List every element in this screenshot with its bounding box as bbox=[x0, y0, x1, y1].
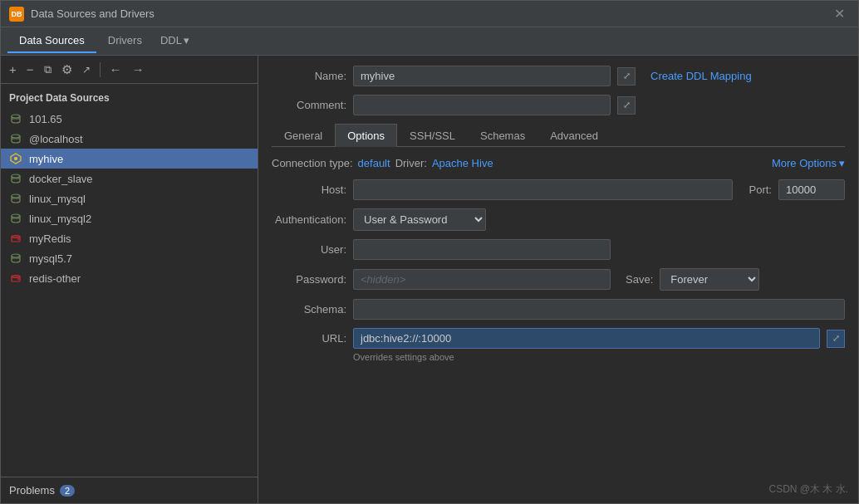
nav-item-localhost[interactable]: @localhost bbox=[1, 129, 258, 149]
sidebar: + − ⧉ ⚙ ↗ ← → Project Data Sources 101.6… bbox=[1, 56, 258, 503]
host-port-row: Host: Port: bbox=[272, 179, 845, 200]
name-label: Name: bbox=[272, 70, 346, 82]
schema-row: Schema: bbox=[272, 299, 845, 320]
remove-button[interactable]: − bbox=[23, 61, 37, 78]
db-icon bbox=[9, 112, 22, 125]
schema-label: Schema: bbox=[272, 303, 346, 316]
host-input[interactable] bbox=[353, 179, 733, 200]
nav-label: redis-other bbox=[29, 272, 81, 285]
nav-label: 101.65 bbox=[29, 113, 62, 125]
save-select[interactable]: Forever Never For session bbox=[660, 268, 759, 291]
auth-select[interactable]: User & Password No auth Kerberos bbox=[353, 208, 486, 231]
tab-ssh-ssl[interactable]: SSH/SSL bbox=[397, 124, 468, 147]
toolbar-separator bbox=[100, 62, 101, 77]
add-button[interactable]: + bbox=[6, 61, 20, 78]
redis-icon bbox=[9, 272, 22, 285]
nav-item-101[interactable]: 101.65 bbox=[1, 109, 258, 129]
nav-label: mysql5.7 bbox=[29, 252, 72, 265]
svg-point-2 bbox=[12, 135, 20, 138]
db-icon bbox=[9, 132, 22, 145]
tab-ddl[interactable]: DDL ▾ bbox=[154, 29, 196, 53]
name-row: Name: ⤢ Create DDL Mapping bbox=[272, 66, 845, 86]
nav-item-redis-other[interactable]: redis-other bbox=[1, 268, 258, 288]
problems-label: Problems bbox=[9, 484, 55, 497]
conn-type-label: Connection type: bbox=[272, 157, 353, 169]
name-expand-button[interactable]: ⤢ bbox=[617, 67, 636, 86]
tab-options[interactable]: Options bbox=[335, 124, 397, 147]
nav-item-linux-mysql[interactable]: linux_mysql bbox=[1, 188, 258, 208]
url-expand-button[interactable]: ⤢ bbox=[827, 330, 845, 348]
nav-item-mysql57[interactable]: mysql5.7 bbox=[1, 248, 258, 268]
tab-general[interactable]: General bbox=[272, 124, 335, 147]
driver-value[interactable]: Apache Hive bbox=[432, 157, 493, 169]
watermark: CSDN @木 木 水. bbox=[768, 482, 848, 497]
db-icon bbox=[9, 212, 22, 225]
create-ddl-link[interactable]: Create DDL Mapping bbox=[650, 70, 752, 82]
conn-type-value[interactable]: default bbox=[358, 157, 390, 169]
main-panel: Name: ⤢ Create DDL Mapping Comment: ⤢ Ge… bbox=[258, 56, 858, 503]
hive-icon bbox=[9, 152, 22, 165]
forward-button[interactable]: → bbox=[129, 61, 148, 78]
svg-point-8 bbox=[12, 194, 20, 198]
password-input[interactable] bbox=[353, 269, 611, 290]
nav-item-linux-mysql2[interactable]: linux_mysql2 bbox=[1, 208, 258, 228]
tab-drivers[interactable]: Drivers bbox=[96, 29, 154, 53]
nav-label: myRedis bbox=[29, 232, 71, 245]
sidebar-nav: Project Data Sources 101.65 @localhost bbox=[1, 84, 258, 477]
app-icon: DB bbox=[9, 7, 24, 22]
inner-tab-bar: General Options SSH/SSL Schemas Advanced bbox=[272, 124, 845, 147]
sidebar-problems[interactable]: Problems 2 bbox=[1, 477, 258, 503]
back-button[interactable]: ← bbox=[106, 61, 125, 78]
auth-row: Authentication: User & Password No auth … bbox=[272, 208, 845, 231]
auth-label: Authentication: bbox=[272, 213, 346, 226]
url-label: URL: bbox=[272, 332, 346, 345]
export-button[interactable]: ↗ bbox=[79, 62, 94, 77]
save-label: Save: bbox=[626, 273, 653, 286]
title-bar: DB Data Sources and Drivers ✕ bbox=[1, 1, 858, 27]
svg-point-15 bbox=[12, 254, 20, 257]
driver-label: Driver: bbox=[395, 157, 427, 169]
schema-input[interactable] bbox=[353, 299, 845, 320]
close-button[interactable]: ✕ bbox=[829, 4, 850, 23]
svg-point-6 bbox=[12, 174, 20, 178]
nav-label: myhive bbox=[29, 153, 63, 165]
more-options-button[interactable]: More Options ▾ bbox=[772, 157, 845, 169]
host-label: Host: bbox=[272, 183, 346, 196]
url-row: URL: ⤢ bbox=[272, 328, 845, 349]
svg-point-10 bbox=[12, 214, 20, 218]
nav-item-myhive[interactable]: myhive bbox=[1, 149, 258, 169]
password-label: Password: bbox=[272, 273, 346, 286]
comment-row: Comment: ⤢ bbox=[272, 95, 845, 115]
comment-expand-button[interactable]: ⤢ bbox=[617, 96, 636, 115]
db-icon bbox=[9, 252, 22, 265]
user-label: User: bbox=[272, 243, 346, 256]
problems-badge: 2 bbox=[60, 485, 75, 497]
name-input[interactable] bbox=[353, 66, 611, 86]
port-label: Port: bbox=[749, 183, 772, 196]
tab-data-sources[interactable]: Data Sources bbox=[7, 29, 96, 53]
sidebar-toolbar: + − ⧉ ⚙ ↗ ← → bbox=[1, 56, 258, 84]
comment-label: Comment: bbox=[272, 99, 346, 111]
top-tab-bar: Data Sources Drivers DDL ▾ bbox=[1, 27, 858, 56]
comment-input[interactable] bbox=[353, 95, 611, 115]
port-input[interactable] bbox=[778, 179, 845, 200]
nav-item-docker-slave[interactable]: docker_slave bbox=[1, 169, 258, 188]
chevron-down-icon: ▾ bbox=[839, 157, 845, 169]
section-label: Project Data Sources bbox=[1, 89, 258, 109]
nav-label: @localhost bbox=[29, 133, 83, 145]
tab-advanced[interactable]: Advanced bbox=[537, 124, 611, 147]
nav-label: docker_slave bbox=[29, 173, 93, 185]
copy-button[interactable]: ⧉ bbox=[41, 61, 55, 78]
user-row: User: bbox=[272, 239, 845, 260]
settings-button[interactable]: ⚙ bbox=[58, 61, 76, 79]
chevron-down-icon: ▾ bbox=[184, 34, 189, 46]
db-icon bbox=[9, 192, 22, 205]
url-input[interactable] bbox=[353, 328, 820, 349]
db-icon bbox=[9, 172, 22, 185]
svg-point-19 bbox=[17, 278, 19, 280]
nav-item-myredis[interactable]: myRedis bbox=[1, 228, 258, 248]
password-row: Password: Save: Forever Never For sessio… bbox=[272, 268, 845, 291]
nav-label: linux_mysql bbox=[29, 193, 86, 205]
user-input[interactable] bbox=[353, 239, 611, 260]
tab-schemas[interactable]: Schemas bbox=[468, 124, 537, 147]
